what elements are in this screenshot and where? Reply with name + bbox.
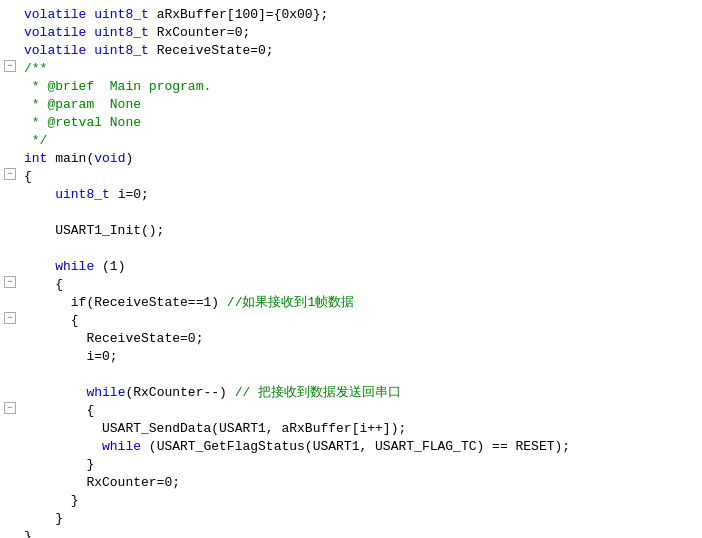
gutter: −: [0, 168, 20, 180]
fold-button[interactable]: −: [4, 60, 16, 72]
code-text: USART1_Init();: [20, 222, 702, 240]
code-text: volatile uint8_t aRxBuffer[100]={0x00};: [20, 6, 702, 24]
code-text: /**: [20, 60, 702, 78]
code-segment: {: [24, 403, 94, 418]
code-line: −/**: [0, 60, 702, 78]
code-segment: i=0;: [24, 349, 118, 364]
code-line: volatile uint8_t ReceiveState=0;: [0, 42, 702, 60]
code-segment: {: [24, 313, 79, 328]
code-segment: {: [24, 277, 63, 292]
code-line: int main(void): [0, 150, 702, 168]
code-line: */: [0, 132, 702, 150]
code-segment: volatile: [24, 25, 94, 40]
code-line: [0, 366, 702, 384]
code-segment: uint8_t: [94, 7, 149, 22]
code-line: [0, 204, 702, 222]
fold-button[interactable]: −: [4, 312, 16, 324]
code-text: }: [20, 528, 702, 538]
code-line: while (USART_GetFlagStatus(USART1, USART…: [0, 438, 702, 456]
code-segment: }: [24, 529, 32, 538]
code-text: */: [20, 132, 702, 150]
code-line: * @retval None: [0, 114, 702, 132]
code-segment: while: [86, 385, 125, 400]
code-text: volatile uint8_t ReceiveState=0;: [20, 42, 702, 60]
code-segment: @brief: [47, 79, 94, 94]
fold-button[interactable]: −: [4, 168, 16, 180]
code-line: i=0;: [0, 348, 702, 366]
code-line: }: [0, 456, 702, 474]
code-segment: while: [55, 259, 94, 274]
code-line: volatile uint8_t aRxBuffer[100]={0x00};: [0, 6, 702, 24]
code-segment: [24, 259, 55, 274]
fold-button[interactable]: −: [4, 402, 16, 414]
code-segment: }: [24, 457, 94, 472]
code-segment: aRxBuffer[100]={0x00};: [149, 7, 328, 22]
code-container: volatile uint8_t aRxBuffer[100]={0x00};v…: [0, 0, 702, 538]
code-segment: {: [24, 169, 32, 184]
code-line: USART1_Init();: [0, 222, 702, 240]
code-text: while (1): [20, 258, 702, 276]
code-segment: (USART_GetFlagStatus(USART1, USART_FLAG_…: [141, 439, 570, 454]
code-text: int main(void): [20, 150, 702, 168]
code-text: }: [20, 456, 702, 474]
code-segment: [24, 439, 102, 454]
code-text: volatile uint8_t RxCounter=0;: [20, 24, 702, 42]
code-segment: USART_SendData(USART1, aRxBuffer[i++]);: [24, 421, 406, 436]
code-segment: [24, 385, 86, 400]
code-line: * @param None: [0, 96, 702, 114]
code-segment: (RxCounter--): [125, 385, 234, 400]
code-segment: None: [94, 97, 141, 112]
code-segment: /**: [24, 61, 47, 76]
code-line: while (1): [0, 258, 702, 276]
code-segment: i=0;: [110, 187, 149, 202]
code-line: while(RxCounter--) // 把接收到数据发送回串口: [0, 384, 702, 402]
code-segment: @param: [47, 97, 94, 112]
code-text: ReceiveState=0;: [20, 330, 702, 348]
code-segment: uint8_t: [55, 187, 110, 202]
code-text: {: [20, 168, 702, 186]
code-segment: }: [24, 511, 63, 526]
code-text: * @brief Main program.: [20, 78, 702, 96]
code-segment: *: [24, 115, 47, 130]
code-segment: USART1_Init();: [24, 223, 164, 238]
code-segment: }: [24, 493, 79, 508]
gutter: −: [0, 276, 20, 288]
code-line: volatile uint8_t RxCounter=0;: [0, 24, 702, 42]
code-text: i=0;: [20, 348, 702, 366]
fold-button[interactable]: −: [4, 276, 16, 288]
code-line: }: [0, 528, 702, 538]
code-line: uint8_t i=0;: [0, 186, 702, 204]
code-segment: // 把接收到数据发送回串口: [235, 385, 401, 400]
code-line: }: [0, 510, 702, 528]
code-line: if(ReceiveState==1) //如果接收到1帧数据: [0, 294, 702, 312]
code-segment: (1): [94, 259, 125, 274]
code-line: − {: [0, 402, 702, 420]
code-text: {: [20, 312, 702, 330]
code-text: while (USART_GetFlagStatus(USART1, USART…: [20, 438, 702, 456]
code-segment: *: [24, 97, 47, 112]
code-segment: uint8_t: [94, 43, 149, 58]
code-text: * @param None: [20, 96, 702, 114]
code-text: }: [20, 510, 702, 528]
code-line: ReceiveState=0;: [0, 330, 702, 348]
gutter: −: [0, 402, 20, 414]
code-segment: Main program.: [94, 79, 211, 94]
code-segment: ReceiveState=0;: [24, 331, 203, 346]
code-text: uint8_t i=0;: [20, 186, 702, 204]
code-line: − {: [0, 276, 702, 294]
code-line: RxCounter=0;: [0, 474, 702, 492]
code-segment: [24, 187, 55, 202]
code-segment: volatile: [24, 7, 94, 22]
code-line: }: [0, 492, 702, 510]
code-line: − {: [0, 312, 702, 330]
gutter: −: [0, 312, 20, 324]
code-segment: while: [102, 439, 141, 454]
code-text: * @retval None: [20, 114, 702, 132]
code-segment: @retval: [47, 115, 102, 130]
code-segment: void: [94, 151, 125, 166]
code-segment: if(ReceiveState==1): [24, 295, 227, 310]
code-line: [0, 240, 702, 258]
code-segment: volatile: [24, 43, 94, 58]
gutter: −: [0, 60, 20, 72]
code-text: }: [20, 492, 702, 510]
